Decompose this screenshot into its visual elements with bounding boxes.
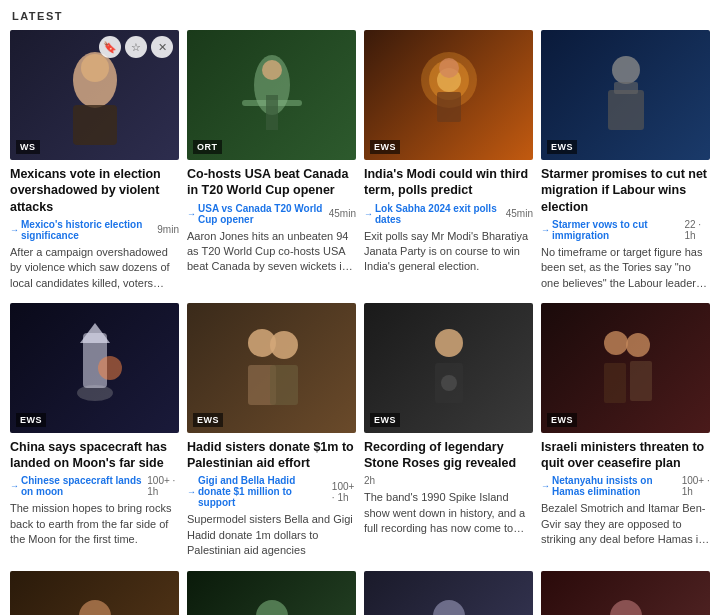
svg-point-26 [604,331,628,355]
news-grid: WS🔖☆✕Mexicans vote in election overshado… [10,30,710,615]
card-source-badge: EWS [547,413,577,427]
card-image-wrapper [364,571,533,615]
card-meta: Chinese spacecraft lands on moon100+ · 1… [10,475,179,497]
card-body: Co-hosts USA beat Canada in T20 World Cu… [187,160,356,279]
card-image-wrapper: ORT [187,30,356,160]
svg-point-20 [270,331,298,359]
svg-point-5 [262,60,282,80]
card-image-wrapper [10,571,179,615]
svg-point-25 [441,375,457,391]
card-meta: Starmer vows to cut immigration22 · 1h [541,219,710,241]
svg-point-23 [435,329,463,357]
card-image-wrapper: EWS [10,303,179,433]
card-time: 22 · 1h [684,219,710,241]
svg-rect-22 [270,365,298,405]
svg-rect-13 [608,90,644,130]
card-body: China says spacecraft has landed on Moon… [10,433,179,552]
svg-rect-6 [266,95,278,130]
card-body: Mexicans vote in election overshadowed b… [10,160,179,295]
card-meta: Mexico's historic election significance9… [10,219,179,241]
card-meta: Lok Sabha 2024 exit polls dates45min [364,203,533,225]
news-card[interactable]: EWSRecording of legendary Stone Roses gi… [364,303,533,563]
svg-point-2 [81,54,109,82]
card-time: 9min [157,224,179,235]
svg-marker-17 [80,323,110,343]
card-image-wrapper [187,571,356,615]
card-title: Recording of legendary Stone Roses gig r… [364,439,533,472]
card-title: Co-hosts USA beat Canada in T20 World Cu… [187,166,356,199]
card-title: Israeli ministers threaten to quit over … [541,439,710,472]
card-meta: 2h [364,475,533,486]
svg-point-10 [439,58,459,78]
card-title: Mexicans vote in election overshadowed b… [10,166,179,215]
news-card[interactable]: EWSStarmer promises to cut net migration… [541,30,710,295]
section-label: LATEST [10,10,710,22]
card-body: India's Modi could win third term, polls… [364,160,533,279]
card-body: Recording of legendary Stone Roses gig r… [364,433,533,541]
svg-rect-11 [437,92,461,122]
card-description: The mission hopes to bring rocks back to… [10,501,179,547]
svg-point-32 [256,600,288,615]
card-body: Israeli ministers threaten to quit over … [541,433,710,552]
card-source-link[interactable]: Netanyahu insists on Hamas elimination [541,475,678,497]
card-source-badge: EWS [16,413,46,427]
card-source-badge: EWS [370,140,400,154]
news-card[interactable]: EWSIsraeli ministers threaten to quit ov… [541,303,710,563]
svg-point-36 [610,600,642,615]
card-meta: Netanyahu insists on Hamas elimination10… [541,475,710,497]
card-source-badge: EWS [370,413,400,427]
card-image-wrapper: EWS [541,30,710,160]
news-card[interactable]: ORTCo-hosts USA beat Canada in T20 World… [187,30,356,295]
card-source-badge: ORT [193,140,222,154]
page-container: LATEST WS🔖☆✕Mexicans vote in election ov… [0,0,720,615]
close-button[interactable]: ✕ [151,36,173,58]
news-card[interactable]: EWSIndia's Modi could win third term, po… [364,30,533,295]
card-body: Starmer promises to cut net migration if… [541,160,710,295]
card-image-placeholder [364,571,533,615]
card-time: 100+ · 1h [682,475,710,497]
card-meta: Gigi and Bella Hadid donate $1 million t… [187,475,356,508]
card-image-wrapper: WS🔖☆✕ [10,30,179,160]
card-description: Exit polls say Mr Modi's Bharatiya Janat… [364,229,533,275]
card-description: No timeframe or target figure has been s… [541,245,710,291]
card-image-placeholder [187,571,356,615]
card-description: Supermodel sisters Bella and Gigi Hadid … [187,512,356,558]
card-source-badge: EWS [193,413,223,427]
card-time: 2h [364,475,375,486]
svg-rect-29 [630,361,652,401]
card-title: China says spacecraft has landed on Moon… [10,439,179,472]
news-card[interactable] [364,571,533,615]
card-actions: 🔖☆✕ [99,36,173,58]
star-button[interactable]: ☆ [125,36,147,58]
card-time: 45min [329,208,356,219]
card-image-wrapper: EWS [541,303,710,433]
svg-rect-14 [614,82,638,94]
svg-point-27 [626,333,650,357]
card-source-link[interactable]: Chinese spacecraft lands on moon [10,475,143,497]
bookmark-button[interactable]: 🔖 [99,36,121,58]
card-source-link[interactable]: USA vs Canada T20 World Cup opener [187,203,325,225]
news-card[interactable] [541,571,710,615]
card-source-link[interactable]: Starmer vows to cut immigration [541,219,680,241]
card-source-link[interactable]: Lok Sabha 2024 exit polls dates [364,203,502,225]
card-image-wrapper [541,571,710,615]
card-meta: USA vs Canada T20 World Cup opener45min [187,203,356,225]
news-card[interactable]: EWSChina says spacecraft has landed on M… [10,303,179,563]
svg-point-34 [433,600,465,615]
card-description: After a campaign overshadowed by violenc… [10,245,179,291]
card-source-link[interactable]: Mexico's historic election significance [10,219,153,241]
svg-rect-1 [73,105,117,145]
svg-point-30 [79,600,111,615]
card-body: Hadid sisters donate $1m to Palestinian … [187,433,356,563]
news-card[interactable] [187,571,356,615]
card-time: 100+ · 1h [147,475,179,497]
card-image-wrapper: EWS [364,303,533,433]
card-image-placeholder [10,571,179,615]
news-card[interactable] [10,571,179,615]
card-source-link[interactable]: Gigi and Bella Hadid donate $1 million t… [187,475,328,508]
card-source-badge: WS [16,140,40,154]
card-description: Aaron Jones hits an unbeaten 94 as T20 W… [187,229,356,275]
news-card[interactable]: WS🔖☆✕Mexicans vote in election overshado… [10,30,179,295]
card-description: The band's 1990 Spike Island show went d… [364,490,533,536]
news-card[interactable]: EWSHadid sisters donate $1m to Palestini… [187,303,356,563]
